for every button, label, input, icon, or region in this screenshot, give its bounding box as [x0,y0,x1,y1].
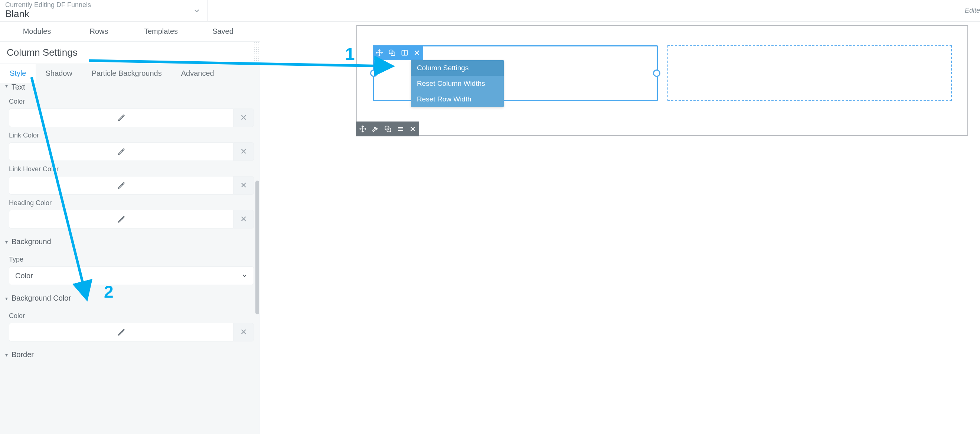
section-text-fields: Color ✕ Link Color ✕ Link Hover Colo [0,92,260,234]
subtab-style[interactable]: Style [0,64,36,83]
caret-down-icon: ▾ [5,352,8,358]
clear-color-button[interactable]: ✕ [233,176,254,195]
section-header-border[interactable]: ▾ Border [0,347,260,363]
section-title: Background Color [11,294,71,302]
eyedropper-icon [117,114,126,122]
eyedropper-icon [117,147,126,156]
tab-modules[interactable]: Modules [6,27,68,36]
section-header-text[interactable]: ▾ Text [0,83,260,92]
caret-down-icon: ▾ [5,295,8,302]
canvas-row[interactable]: Column Settings Reset Column Widths Rese… [373,45,952,101]
panel-title: Column Settings [0,41,260,64]
column-dropdown: Column Settings Reset Column Widths Rese… [411,60,504,107]
wrench-icon[interactable] [372,125,379,132]
topbar-project-switcher[interactable]: Currently Editing DF Funnels Blank [0,0,208,21]
column-dropdown-item-reset-row[interactable]: Reset Row Width [411,91,504,107]
section-title: Text [11,83,25,91]
column-dropdown-item-settings[interactable]: Column Settings [411,60,504,76]
close-icon[interactable] [409,126,416,132]
canvas-column-placeholder[interactable] [667,45,952,101]
color-input[interactable] [9,176,233,195]
scrollbar-thumb[interactable] [255,180,259,314]
field-label-link-hover-color: Link Hover Color [9,165,254,173]
settings-sidebar: Modules Rows Templates Saved Column Sett… [0,22,260,434]
tab-saved[interactable]: Saved [192,27,254,36]
drag-handle-dots-icon[interactable] [253,41,260,62]
canvas-wrap: Column Settings Reset Column Widths Rese… [260,22,980,434]
chevron-down-icon [242,273,248,279]
color-input[interactable] [9,210,233,228]
color-input[interactable] [9,108,233,127]
sub-tabs: Style Shadow Particle Backgrounds Advanc… [0,64,260,83]
clear-color-button[interactable]: ✕ [233,142,254,161]
field-label-color: Color [9,98,254,105]
eyedropper-icon [117,215,126,223]
canvas-column-selected[interactable]: Column Settings Reset Column Widths Rese… [373,45,658,101]
eyedropper-icon [117,328,126,336]
topbar-pretitle: Currently Editing DF Funnels [5,2,91,9]
chevron-down-icon[interactable] [192,7,201,15]
caret-down-icon: ▾ [5,83,8,89]
clear-color-button[interactable]: ✕ [233,323,254,341]
clear-color-button[interactable]: ✕ [233,210,254,228]
section-background-color-fields: Color ✕ [0,306,260,347]
subtab-advanced[interactable]: Advanced [172,64,224,83]
topbar-title: Blank [5,8,91,20]
copy-icon[interactable] [384,125,391,132]
section-title: Background [11,238,51,246]
color-input[interactable] [9,142,233,161]
main-tabs: Modules Rows Templates Saved [0,22,260,41]
select-value: Color [15,271,33,280]
canvas-section[interactable]: Column Settings Reset Column Widths Rese… [356,25,968,136]
move-icon[interactable] [375,49,383,56]
section-title: Border [11,350,34,359]
subtab-particle[interactable]: Particle Backgrounds [82,64,172,83]
section-header-background[interactable]: ▾ Background [0,234,260,250]
tab-templates[interactable]: Templates [130,27,192,36]
section-background-fields: Type Color [0,250,260,290]
background-type-select[interactable]: Color [9,266,254,285]
field-label-link-color: Link Color [9,132,254,139]
menu-icon[interactable] [397,125,404,132]
topbar: Currently Editing DF Funnels Blank Edite [0,0,980,22]
caret-down-icon: ▾ [5,239,8,245]
copy-icon[interactable] [388,49,396,56]
move-icon[interactable] [359,125,366,132]
close-icon[interactable] [414,49,420,56]
eyedropper-icon [117,181,126,190]
clear-color-button[interactable]: ✕ [233,108,254,127]
field-label-type: Type [9,256,254,263]
tab-rows[interactable]: Rows [68,27,130,36]
column-dropdown-item-reset-widths[interactable]: Reset Column Widths [411,76,504,91]
field-label-bgcolor: Color [9,312,254,320]
subtab-shadow[interactable]: Shadow [36,64,82,83]
color-input[interactable] [9,323,233,341]
topbar-status: Edite [965,0,980,21]
row-toolbar [356,121,419,136]
topbar-spacer [208,0,965,21]
column-toolbar [373,45,423,60]
section-header-background-color[interactable]: ▾ Background Color [0,290,260,306]
columns-icon[interactable] [401,49,408,56]
field-label-heading-color: Heading Color [9,199,254,207]
